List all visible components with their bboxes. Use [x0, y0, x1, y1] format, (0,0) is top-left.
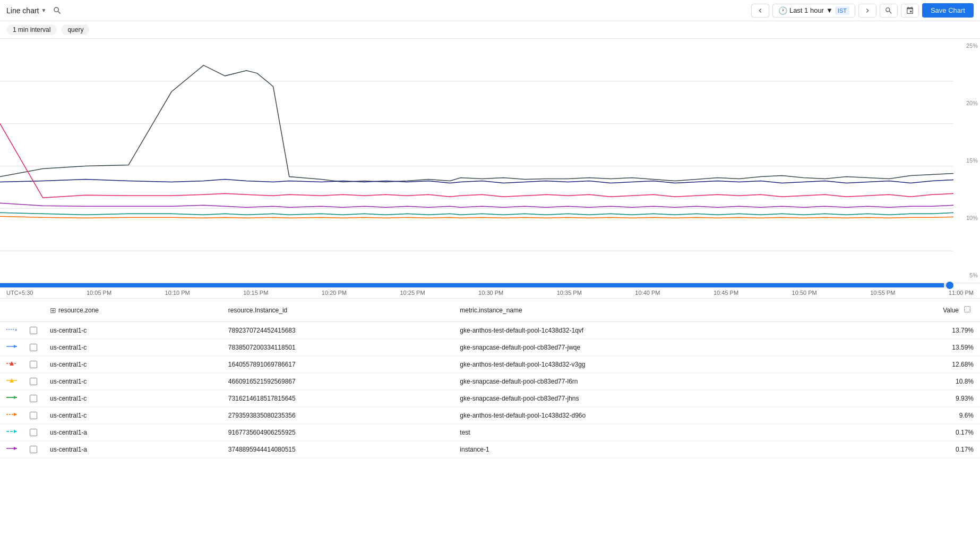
svg-marker-23: [14, 430, 17, 433]
timezone-badge: IST: [835, 6, 849, 15]
row-indicator-cell: [0, 441, 23, 458]
chart-svg: ✕ ♦ ▲ —: [0, 39, 953, 283]
td-instance-name: gke-anthos-test-default-pool-1c438d32-v3…: [453, 356, 854, 373]
row-indicator-cell: [0, 339, 23, 356]
y-label-15: 15%: [953, 158, 978, 164]
y-label-5: 5%: [953, 273, 978, 278]
columns-button[interactable]: [961, 303, 974, 317]
td-value: 13.79%: [854, 322, 980, 339]
table-row: us-central1-a 9167735604906255925 test 0…: [0, 424, 980, 441]
td-instance-id: 1640557891069786617: [222, 356, 453, 373]
row-indicator-cell: [0, 407, 23, 424]
td-zone: us-central1-c: [44, 356, 222, 373]
td-value: 9.6%: [854, 407, 980, 424]
svg-marker-13: [14, 345, 17, 348]
zoom-button[interactable]: [880, 4, 898, 18]
time-label-1015: 10:15 PM: [243, 290, 268, 296]
td-instance-name: instance-1: [453, 441, 854, 458]
data-table: ⊞ resource.zone resource.Instance_id met…: [0, 299, 980, 458]
time-label-1040: 10:40 PM: [635, 290, 660, 296]
y-axis: 25% 20% 15% 10% 5%: [953, 39, 980, 283]
time-label-1050: 10:50 PM: [792, 290, 817, 296]
row-checkbox[interactable]: [30, 412, 37, 419]
search-button[interactable]: [50, 4, 64, 18]
row-checkbox[interactable]: [30, 378, 37, 385]
time-label-1005: 10:05 PM: [87, 290, 111, 296]
th-instance-id: resource.Instance_id: [222, 299, 453, 322]
td-instance-id: 7316214618517815645: [222, 390, 453, 407]
time-label-1010: 10:10 PM: [165, 290, 190, 296]
time-label-start: UTC+5:30: [6, 290, 33, 296]
td-instance-name: test: [453, 424, 854, 441]
svg-text:✕: ✕: [14, 328, 17, 333]
data-table-wrapper: ⊞ resource.zone resource.Instance_id met…: [0, 299, 980, 458]
td-zone: us-central1-c: [44, 373, 222, 390]
th-instance-name: metric.instance_name: [453, 299, 854, 322]
table-row: us-central1-a 3748895944414080515 instan…: [0, 441, 980, 458]
y-label-20: 20%: [953, 100, 978, 106]
table-row: ✕ us-central1-c 7892370724452415683 gke-…: [0, 322, 980, 339]
td-instance-name: gke-anthos-test-default-pool-1c438d32-d9…: [453, 407, 854, 424]
chart-type-selector[interactable]: Line chart ▼: [6, 6, 46, 15]
row-checkbox[interactable]: [30, 429, 37, 436]
td-instance-id: 7892370724452415683: [222, 322, 453, 339]
chevron-down-icon: ▼: [41, 7, 46, 13]
time-label-1025: 10:25 PM: [400, 290, 425, 296]
next-time-button[interactable]: [858, 4, 876, 18]
row-checkbox[interactable]: [30, 327, 37, 334]
table-row: us-central1-c 1640557891069786617 gke-an…: [0, 356, 980, 373]
row-indicator-cell: ✕: [0, 322, 23, 339]
th-zone-label: resource.zone: [58, 307, 99, 314]
td-instance-name: gke-snapcase-default-pool-cb83ed77-jhns: [453, 390, 854, 407]
svg-marker-25: [14, 447, 17, 450]
row-checkbox[interactable]: [30, 344, 37, 351]
table-header: ⊞ resource.zone resource.Instance_id met…: [0, 299, 980, 322]
filter-bar: 1 min interval query: [0, 21, 980, 39]
row-indicator-cell: [0, 373, 23, 390]
row-indicator-cell: [0, 390, 23, 407]
td-instance-id: 4660916521592569867: [222, 373, 453, 390]
svg-marker-21: [14, 413, 17, 416]
y-label-25: 25%: [953, 43, 978, 49]
td-zone: us-central1-c: [44, 390, 222, 407]
td-zone: us-central1-a: [44, 424, 222, 441]
th-checkbox: [23, 299, 44, 322]
prev-time-button[interactable]: [751, 4, 769, 18]
time-label-1055: 10:55 PM: [870, 290, 895, 296]
save-chart-button[interactable]: Save Chart: [922, 3, 974, 18]
filter-chip-query[interactable]: query: [61, 24, 90, 35]
y-label-10: 10%: [953, 215, 978, 221]
table-row: us-central1-c 4660916521592569867 gke-sn…: [0, 373, 980, 390]
td-instance-name: gke-anthos-test-default-pool-1c438d32-1q…: [453, 322, 854, 339]
td-value: 9.93%: [854, 390, 980, 407]
row-indicator-cell: [0, 424, 23, 441]
top-bar-right: 🕐 Last 1 hour ▼ IST Save Chart: [751, 3, 974, 18]
td-zone: us-central1-c: [44, 322, 222, 339]
time-label-1020: 10:20 PM: [322, 290, 347, 296]
row-checkbox[interactable]: [30, 446, 37, 453]
pin-button[interactable]: [901, 4, 919, 18]
time-axis: UTC+5:30 10:05 PM 10:10 PM 10:15 PM 10:2…: [0, 287, 980, 299]
zone-grid-icon: ⊞: [50, 306, 56, 315]
svg-marker-19: [14, 396, 17, 399]
td-value: 0.17%: [854, 424, 980, 441]
td-zone: us-central1-c: [44, 407, 222, 424]
td-zone: us-central1-a: [44, 441, 222, 458]
clock-icon: 🕐: [778, 6, 787, 15]
td-instance-id: 2793593835080235356: [222, 407, 453, 424]
table-row: us-central1-c 2793593835080235356 gke-an…: [0, 407, 980, 424]
time-range-label: Last 1 hour: [789, 6, 824, 14]
row-checkbox[interactable]: [30, 361, 37, 368]
time-range-selector[interactable]: 🕐 Last 1 hour ▼ IST: [772, 4, 855, 18]
time-label-1100: 11:00 PM: [949, 290, 974, 296]
chart-container: ✕ ♦ ▲ — 25% 20% 15% 10% 5%: [0, 39, 980, 283]
top-bar-left: Line chart ▼: [6, 4, 64, 18]
td-instance-name: gke-snapcase-default-pool-cb83ed77-jwqe: [453, 339, 854, 356]
row-indicator-cell: [0, 356, 23, 373]
time-label-1035: 10:35 PM: [557, 290, 582, 296]
td-instance-id: 3748895944414080515: [222, 441, 453, 458]
td-zone: us-central1-c: [44, 339, 222, 356]
row-checkbox[interactable]: [30, 395, 37, 402]
table-body: ✕ us-central1-c 7892370724452415683 gke-…: [0, 322, 980, 458]
filter-chip-interval[interactable]: 1 min interval: [6, 24, 57, 35]
